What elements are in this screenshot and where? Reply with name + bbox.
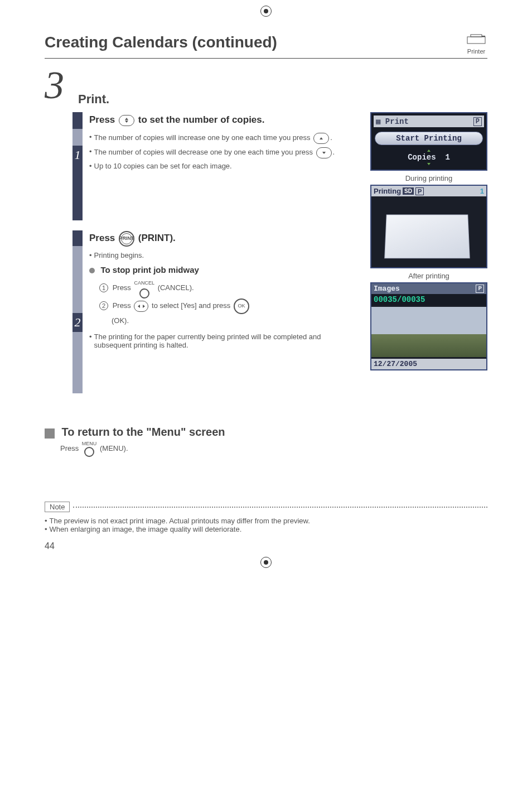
bullet-item: Printing begins. xyxy=(89,251,354,259)
return-instruction: Press MENU (MENU). xyxy=(60,441,487,457)
registration-mark-icon xyxy=(260,557,272,568)
photo-thumbnail xyxy=(371,307,486,357)
instruction-text: Press PRINT (PRINT). xyxy=(89,230,354,247)
printer-icon-label: Printer xyxy=(465,48,487,55)
instruction-text: Press to set the number of copies. xyxy=(89,112,354,128)
caption-during: During printing xyxy=(370,174,487,182)
up-down-button-icon xyxy=(119,115,134,126)
page-title: Creating Calendars (continued) xyxy=(45,33,277,51)
bullet-item: The printing for the paper currently bei… xyxy=(89,333,354,349)
up-button-icon xyxy=(313,133,329,144)
page-number: 44 xyxy=(45,541,487,551)
svg-rect-1 xyxy=(471,35,482,37)
copies-control: Copies 1 xyxy=(374,150,484,165)
screen-printing: Printing SD P 1 xyxy=(370,185,487,268)
triangle-down-icon xyxy=(427,163,431,165)
circled-number-icon: 1 xyxy=(99,283,108,292)
bullet-item: The number of copies will decrease one b… xyxy=(89,147,354,158)
substep-number: 2 xyxy=(72,313,83,332)
printer-icon-wrap: Printer xyxy=(465,33,487,55)
image-counter: 00035/00035 xyxy=(371,294,486,305)
cancel-button-icon: CANCEL xyxy=(134,278,154,298)
square-bullet-icon xyxy=(45,428,55,439)
svg-rect-0 xyxy=(467,37,485,44)
left-right-button-icon xyxy=(134,301,148,312)
note-item: When enlarging an image, the image quali… xyxy=(45,525,487,533)
paper-sheet-icon xyxy=(384,214,470,258)
header: Creating Calendars (continued) Printer xyxy=(45,33,487,59)
menu-button-icon: MENU xyxy=(82,441,97,457)
substep-2: 2 Press PRINT (PRINT). Printing begins. xyxy=(72,230,359,393)
registration-mark-icon xyxy=(260,6,272,17)
printer-icon xyxy=(465,33,487,46)
bullet-item: Up to 10 copies can be set for each imag… xyxy=(89,162,354,170)
stop-heading: To stop print job midway xyxy=(100,265,199,274)
note-list: The preview is not exact print image. Ac… xyxy=(45,517,487,533)
page: Creating Calendars (continued) Printer 3… xyxy=(0,11,532,562)
caption-after: After printing xyxy=(370,272,487,280)
sd-badge-icon: SD xyxy=(403,187,414,195)
note-row: Note xyxy=(45,502,487,512)
ok-button-icon: OK xyxy=(234,298,249,314)
screens-column: ▦ Print P Start Printing Copies 1 During… xyxy=(370,112,487,370)
return-title: To return to the "Menu" screen xyxy=(61,426,225,438)
note-label: Note xyxy=(45,502,70,512)
step-title: Print. xyxy=(78,92,109,107)
screen-title-bar: Images P xyxy=(371,283,486,294)
print-button-icon: PRINT xyxy=(119,231,134,247)
return-section: To return to the "Menu" screen Press MEN… xyxy=(45,426,487,457)
svg-rect-2 xyxy=(482,36,485,37)
circled-number-icon: 2 xyxy=(99,301,108,310)
substep-gutter: 1 xyxy=(72,112,83,220)
stop-step-1: 1 Press CANCEL (CANCEL). xyxy=(99,278,354,298)
substep-number: 1 xyxy=(72,146,83,165)
stop-section: To stop print job midway 1 Press CANCEL … xyxy=(89,265,354,328)
start-printing-button: Start Printing xyxy=(375,132,483,145)
p-badge-icon: P xyxy=(476,285,484,293)
p-badge-icon: P xyxy=(415,187,424,195)
bullet-list: Printing begins. xyxy=(89,251,354,259)
substeps: 1 Press to set the number of copies. xyxy=(72,112,487,403)
screen-after-printing: Images P 00035/00035 12/27/2005 xyxy=(370,282,487,370)
bullet-list: The number of copies will increase one b… xyxy=(89,133,354,170)
note-item: The preview is not exact print image. Ac… xyxy=(45,517,487,525)
substep-gutter: 2 xyxy=(72,230,83,393)
step-row: 3 Print. xyxy=(45,70,487,107)
dot-icon xyxy=(89,268,95,273)
stop-step-2: 2 Press to select [Yes] and press OK (OK… xyxy=(99,298,354,328)
bullet-item: The number of copies will increase one b… xyxy=(89,133,354,144)
step-number: 3 xyxy=(45,70,72,101)
screen-title-bar: ▦ Print P xyxy=(374,115,484,127)
substep-1: 1 Press to set the number of copies. xyxy=(72,112,359,220)
down-button-icon xyxy=(316,147,332,158)
count-label: 1 xyxy=(480,187,484,195)
screen-print-dialog: ▦ Print P Start Printing Copies 1 xyxy=(370,112,487,171)
bullet-list: The printing for the paper currently bei… xyxy=(89,333,354,349)
dotted-line-icon xyxy=(73,507,487,508)
triangle-up-icon xyxy=(427,150,431,152)
date-label: 12/27/2005 xyxy=(371,359,486,369)
screen-title-bar: Printing SD P 1 xyxy=(371,186,486,196)
